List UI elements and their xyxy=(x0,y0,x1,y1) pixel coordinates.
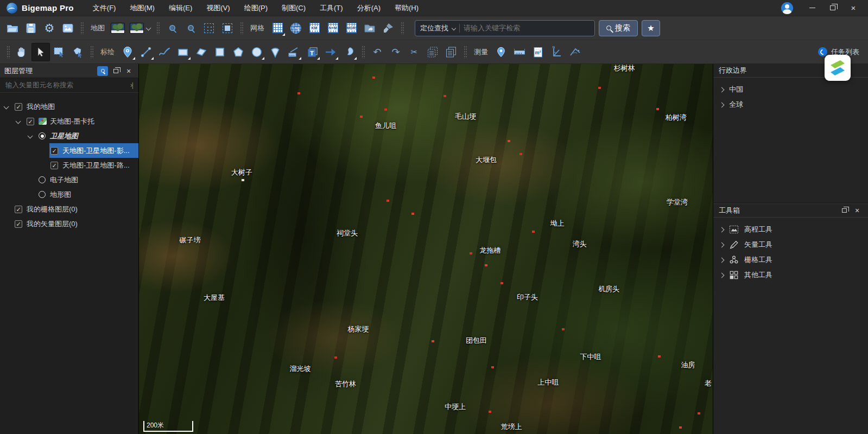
admin-item-china[interactable]: 中国 xyxy=(713,82,868,97)
settings-button[interactable]: ⚙ xyxy=(40,19,59,37)
locate-search-box[interactable]: 定位查找 xyxy=(415,20,595,36)
open-file-button[interactable] xyxy=(3,19,22,37)
rect-select-button[interactable] xyxy=(50,43,68,61)
layer-checkbox[interactable]: ✓ xyxy=(15,206,22,213)
minimize-button[interactable] xyxy=(803,1,821,15)
draw-rectangle-button[interactable] xyxy=(174,43,192,61)
map-viewport[interactable]: 杉树林毛山埂柏树湾鱼儿咀大堰包大树子学堂湾坳上祠堂头碾子塝湾头龙拖槽机房头印子头… xyxy=(139,64,713,434)
zoom-to-extent-button[interactable] xyxy=(218,19,237,37)
measure-azimuth-button[interactable]: N xyxy=(547,43,566,61)
layer-tree-item[interactable]: ✓天地图-卫星地图-影... xyxy=(0,143,138,158)
user-avatar[interactable] xyxy=(781,2,793,14)
toolbar-grip[interactable] xyxy=(464,46,467,59)
grid-button[interactable] xyxy=(268,19,287,37)
draw-freeform-button[interactable] xyxy=(340,43,358,61)
toolbox-item-elevation[interactable]: 高程工具 xyxy=(713,222,868,237)
search-button[interactable]: 搜索 xyxy=(599,20,638,36)
paste-button[interactable] xyxy=(442,43,460,61)
menu-item[interactable]: 地图(M) xyxy=(123,0,162,16)
zoom-in-button[interactable]: + xyxy=(163,19,181,37)
layer-radio[interactable] xyxy=(39,191,46,198)
expander-icon[interactable] xyxy=(16,119,21,124)
layer-checkbox[interactable]: ✓ xyxy=(50,162,58,169)
measure-angle-button[interactable] xyxy=(566,43,584,61)
chevron-right-icon[interactable] xyxy=(719,257,725,263)
basemap-button[interactable] xyxy=(109,19,127,37)
cut-button[interactable]: ✂ xyxy=(405,43,423,61)
save-button[interactable] xyxy=(22,19,40,37)
layer-tree-item[interactable]: ✓我的栅格图层(0) xyxy=(0,202,138,216)
favorites-button[interactable]: ★ xyxy=(642,20,660,36)
measure-area-button[interactable]: m² xyxy=(529,43,547,61)
draw-quad-button[interactable] xyxy=(192,43,211,61)
chevron-right-icon[interactable] xyxy=(719,87,725,92)
layer-tree-item[interactable]: ✓天地图-卫星地图-路... xyxy=(0,158,138,173)
zoom-out-button[interactable]: − xyxy=(181,19,200,37)
menu-item[interactable]: 编辑(E) xyxy=(162,0,199,16)
layer-checkbox[interactable]: ✓ xyxy=(50,147,58,155)
chevron-right-icon[interactable] xyxy=(719,242,725,247)
layer-checkbox[interactable]: ✓ xyxy=(15,103,22,111)
draw-square-button[interactable] xyxy=(211,43,229,61)
chevron-right-icon[interactable] xyxy=(719,272,725,278)
km-grid-button[interactable]: KM xyxy=(305,19,324,37)
expander-icon[interactable] xyxy=(4,104,9,110)
menu-item[interactable]: 分析(A) xyxy=(350,0,388,16)
select-tool-button[interactable] xyxy=(31,43,50,61)
menu-item[interactable]: 工具(T) xyxy=(313,0,350,16)
layer-search-input[interactable] xyxy=(5,81,127,89)
layer-tree-item[interactable]: 卫星地图 xyxy=(0,129,138,143)
layer-search-button[interactable] xyxy=(97,66,108,76)
menu-item[interactable]: 视图(V) xyxy=(199,0,237,16)
lnglat-grid-button[interactable]: Lng xyxy=(287,19,305,37)
menu-item[interactable]: 制图(C) xyxy=(275,0,313,16)
toolbox-item-other[interactable]: 其他工具 xyxy=(713,267,868,283)
draw-sector-button[interactable] xyxy=(266,43,284,61)
draw-pentagon-button[interactable] xyxy=(229,43,248,61)
layer-radio[interactable] xyxy=(39,176,46,183)
undo-button[interactable]: ↶ xyxy=(368,43,387,61)
layer-checkbox[interactable]: ✓ xyxy=(27,118,34,125)
keyword-search-input[interactable] xyxy=(464,24,590,32)
draw-text-button[interactable]: T xyxy=(303,43,321,61)
mgrs-grid-button[interactable]: MGRS xyxy=(342,19,360,37)
snapshot-button[interactable] xyxy=(59,19,77,37)
restore-button[interactable] xyxy=(823,1,842,15)
expander-icon[interactable] xyxy=(28,133,33,139)
draw-circle-button[interactable] xyxy=(248,43,266,61)
measure-point-button[interactable] xyxy=(492,43,510,61)
toolbar-grip[interactable] xyxy=(401,22,404,35)
chevron-right-icon[interactable] xyxy=(719,227,725,232)
toolbar-grip[interactable] xyxy=(156,22,160,35)
search-mode-select[interactable]: 定位查找 xyxy=(420,23,448,33)
layer-tree-item[interactable]: ✓我的矢量图层(0) xyxy=(0,216,138,231)
zoom-to-selection-button[interactable] xyxy=(200,19,218,37)
clear-button[interactable] xyxy=(379,19,397,37)
draw-point-button[interactable] xyxy=(118,43,137,61)
draw-slope-button[interactable] xyxy=(284,43,303,61)
draw-arrow-button[interactable] xyxy=(321,43,340,61)
layer-tree-item[interactable]: 电子地图 xyxy=(0,173,138,187)
toolbox-item-raster[interactable]: 栅格工具 xyxy=(713,252,868,267)
measure-distance-button[interactable] xyxy=(510,43,529,61)
layer-radio[interactable] xyxy=(39,132,46,139)
toolbox-item-vector[interactable]: 矢量工具 xyxy=(713,237,868,252)
draw-line-button[interactable] xyxy=(137,43,155,61)
toolbox-float-button[interactable] xyxy=(839,206,850,215)
toolbar-grip[interactable] xyxy=(362,46,365,59)
toolbox-close-button[interactable]: × xyxy=(852,206,863,215)
toolbar-grip[interactable] xyxy=(240,22,243,35)
toolbar-grip[interactable] xyxy=(7,46,10,59)
nm-grid-button[interactable]: N+M xyxy=(324,19,342,37)
polygon-select-button[interactable] xyxy=(68,43,87,61)
layer-tree-item[interactable]: 地形图 xyxy=(0,187,138,202)
layer-panel-close-button[interactable]: × xyxy=(123,66,134,76)
layer-tree-item[interactable]: ✓天地图-墨卡托 xyxy=(0,114,138,129)
pan-tool-button[interactable] xyxy=(13,43,31,61)
redo-button[interactable]: ↷ xyxy=(387,43,405,61)
menu-item[interactable]: 绘图(P) xyxy=(237,0,275,16)
admin-item-global[interactable]: 全球 xyxy=(713,97,868,112)
brand-watermark[interactable] xyxy=(825,55,851,81)
layer-tree-item[interactable]: ✓我的地图 xyxy=(0,99,138,114)
copy-button[interactable] xyxy=(423,43,442,61)
